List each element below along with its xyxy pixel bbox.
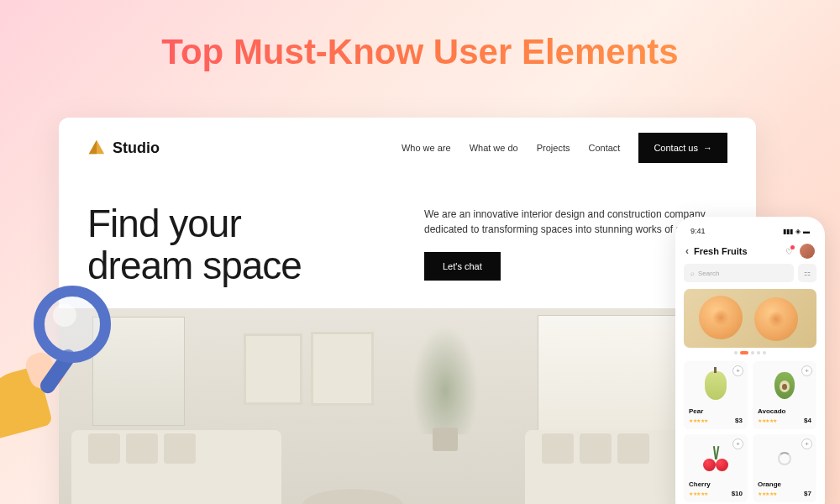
- add-button[interactable]: +: [732, 365, 743, 376]
- filter-icon: ⚏: [804, 269, 811, 277]
- nav-links: Who we are What we do Projects Contact C…: [402, 133, 727, 163]
- lets-chat-button[interactable]: Let's chat: [424, 252, 501, 281]
- search-icon: ⌕: [690, 270, 695, 277]
- logo-icon: [87, 139, 106, 157]
- mobile-mockup: 9:41 ▮▮▮ ◈ ▬ ‹ Fresh Fruits ♡ ⌕ Search ⚏: [675, 217, 825, 504]
- product-card-avocado[interactable]: + Avocado ★★★★★$4: [753, 361, 816, 429]
- magnifier-icon: [34, 286, 111, 363]
- product-price: $3: [735, 417, 743, 424]
- nav-link-contact[interactable]: Contact: [588, 143, 620, 153]
- product-name: Pear: [689, 407, 743, 415]
- notification-icon[interactable]: ♡: [785, 247, 793, 256]
- add-button[interactable]: +: [732, 438, 743, 449]
- hero-image: [59, 308, 756, 504]
- product-grid: + Pear ★★★★★$3 + Avocado ★★★★★$4 + Cherr…: [684, 361, 816, 502]
- rating-stars: ★★★★★: [689, 491, 708, 496]
- hero-line1: Find your: [87, 203, 391, 245]
- contact-us-button[interactable]: Contact us →: [638, 133, 727, 163]
- signal-icon: ▮▮▮: [783, 228, 793, 235]
- product-card-cherry[interactable]: + Cherry ★★★★★$10: [684, 434, 748, 502]
- logo-text: Studio: [113, 139, 160, 157]
- product-name: Cherry: [689, 480, 743, 488]
- nav-link-what[interactable]: What we do: [470, 143, 518, 153]
- loading-icon: [778, 452, 791, 465]
- app-title: Fresh Fruits: [694, 246, 748, 256]
- app-header: ‹ Fresh Fruits ♡: [684, 237, 816, 264]
- contact-us-label: Contact us: [654, 143, 698, 153]
- avocado-icon: [774, 372, 795, 399]
- rating-stars: ★★★★★: [689, 417, 708, 423]
- rating-stars: ★★★★★: [758, 417, 777, 423]
- avatar[interactable]: [800, 244, 815, 259]
- hero-line2: dream space: [87, 245, 391, 287]
- add-button[interactable]: +: [801, 438, 812, 449]
- product-price: $4: [804, 417, 811, 424]
- hero-section: Find your dream space We are an innovati…: [59, 178, 756, 286]
- website-mockup: Studio Who we are What we do Projects Co…: [59, 118, 756, 504]
- product-card-pear[interactable]: + Pear ★★★★★$3: [684, 361, 748, 429]
- search-input[interactable]: ⌕ Search: [684, 264, 794, 282]
- carousel-dots[interactable]: [684, 351, 816, 354]
- status-time: 9:41: [690, 227, 706, 235]
- banner-title: Top Must-Know User Elements: [0, 0, 840, 72]
- nav-link-who[interactable]: Who we are: [402, 143, 451, 153]
- pear-icon: [705, 371, 727, 400]
- featured-banner[interactable]: [684, 289, 816, 348]
- website-nav: Studio Who we are What we do Projects Co…: [59, 118, 756, 178]
- back-icon[interactable]: ‹: [685, 245, 689, 257]
- status-bar: 9:41 ▮▮▮ ◈ ▬: [684, 225, 816, 237]
- product-card-orange[interactable]: + Orange ★★★★★$7: [753, 434, 816, 502]
- search-placeholder: Search: [698, 270, 719, 277]
- battery-icon: ▬: [803, 228, 810, 235]
- product-name: Orange: [758, 480, 811, 488]
- arrow-right-icon: →: [703, 143, 712, 153]
- cherry-icon: [703, 446, 728, 471]
- rating-stars: ★★★★★: [758, 491, 777, 496]
- nav-link-projects[interactable]: Projects: [537, 143, 570, 153]
- hero-title: Find your dream space: [87, 203, 391, 286]
- product-name: Avocado: [758, 407, 811, 415]
- wifi-icon: ◈: [795, 228, 801, 235]
- product-price: $7: [804, 490, 811, 497]
- magnifier-illustration: [0, 286, 118, 433]
- product-price: $10: [732, 490, 743, 497]
- logo[interactable]: Studio: [87, 139, 160, 157]
- add-button[interactable]: +: [801, 365, 812, 376]
- filter-button[interactable]: ⚏: [798, 264, 816, 282]
